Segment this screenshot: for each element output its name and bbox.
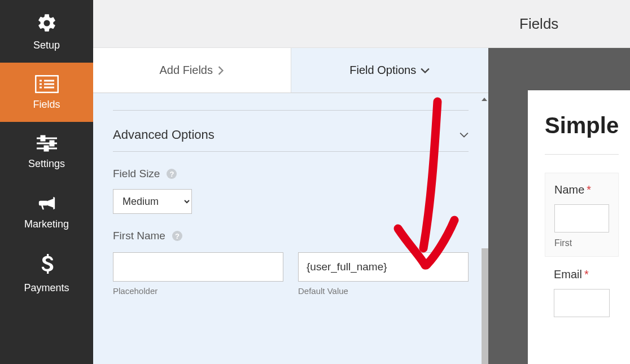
first-name-label: First Name	[113, 230, 165, 242]
gear-icon	[36, 12, 58, 34]
email-label: Email *	[554, 268, 610, 281]
dollar-icon	[40, 254, 54, 277]
chevron-down-icon	[460, 131, 469, 138]
bullhorn-icon	[36, 194, 58, 213]
email-input[interactable]	[554, 289, 610, 317]
default-value-input[interactable]	[298, 252, 469, 282]
sidebar-item-label: Payments	[24, 282, 69, 294]
advanced-options-header[interactable]: Advanced Options	[113, 122, 469, 152]
tab-label: Add Fields	[160, 64, 213, 77]
sliders-icon	[36, 134, 58, 152]
help-icon[interactable]: ?	[172, 231, 182, 241]
tabs: Add Fields Field Options	[93, 48, 488, 93]
placeholder-input[interactable]	[113, 252, 283, 282]
name-label: Name *	[554, 183, 609, 196]
field-options-body: Advanced Options Field Size ? Medium Fir…	[93, 93, 488, 364]
section-title: Advanced Options	[113, 128, 215, 142]
main: Add Fields Field Options Advanced Option…	[93, 0, 630, 364]
sidebar-item-label: Settings	[28, 158, 65, 170]
right-panel: Fields Simple Name * First Email *	[488, 0, 630, 364]
right-header-title: Fields	[519, 15, 558, 33]
svg-rect-8	[41, 136, 45, 141]
chevron-right-icon	[217, 66, 224, 75]
sidebar-item-marketing[interactable]: Marketing	[0, 181, 93, 242]
name-first-input[interactable]	[554, 204, 609, 233]
tab-label: Field Options	[349, 64, 416, 77]
left-panel: Add Fields Field Options Advanced Option…	[93, 0, 488, 364]
placeholder-caption: Placeholder	[113, 286, 283, 296]
name-label-text: Name	[554, 183, 584, 196]
email-label-text: Email	[554, 268, 582, 281]
tab-add-fields[interactable]: Add Fields	[93, 48, 291, 93]
sidebar-item-label: Marketing	[24, 218, 69, 230]
help-icon[interactable]: ?	[167, 169, 177, 179]
first-name-label-row: First Name ?	[113, 230, 469, 242]
first-name-inputs: Placeholder Default Value	[113, 252, 469, 296]
field-size-select[interactable]: Medium	[113, 189, 192, 214]
sidebar: Setup Fields Settings Marketing Payments	[0, 0, 93, 364]
sidebar-item-settings[interactable]: Settings	[0, 122, 93, 181]
sidebar-item-label: Setup	[33, 40, 60, 51]
scrollbar[interactable]	[480, 48, 488, 364]
first-sublabel: First	[554, 238, 609, 248]
required-asterisk: *	[587, 183, 591, 196]
field-size-label-row: Field Size ?	[113, 168, 469, 180]
svg-rect-12	[45, 146, 48, 151]
svg-rect-10	[50, 141, 54, 146]
scroll-thumb[interactable]	[482, 248, 488, 364]
sidebar-item-label: Fields	[33, 99, 60, 111]
form-preview: Simple Name * First Email *	[528, 90, 630, 364]
required-asterisk: *	[584, 268, 589, 281]
sidebar-item-fields[interactable]: Fields	[0, 63, 93, 122]
divider	[113, 110, 469, 111]
panel-top-spacer	[93, 0, 488, 48]
scroll-up-icon	[482, 98, 487, 101]
chevron-down-icon	[421, 67, 430, 74]
tab-field-options[interactable]: Field Options	[291, 48, 489, 93]
form-title: Simple	[545, 113, 619, 155]
sidebar-item-setup[interactable]: Setup	[0, 0, 93, 63]
form-field-name[interactable]: Name * First	[545, 173, 619, 257]
right-header: Fields	[488, 0, 630, 48]
default-value-caption: Default Value	[298, 286, 469, 296]
sidebar-item-payments[interactable]: Payments	[0, 242, 93, 305]
list-icon	[35, 75, 59, 93]
form-field-email[interactable]: Email *	[545, 268, 619, 317]
field-size-label: Field Size	[113, 168, 160, 180]
